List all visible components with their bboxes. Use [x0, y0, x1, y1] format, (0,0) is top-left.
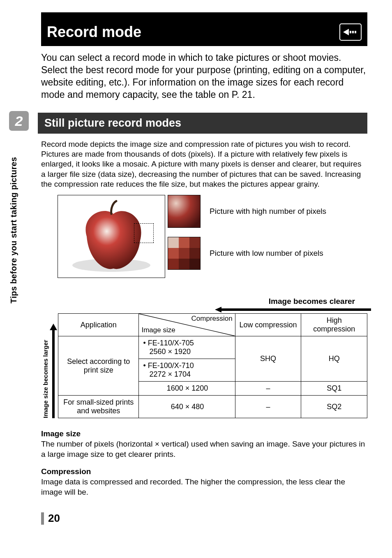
apple-large: [58, 195, 165, 278]
chapter-side-label: Tips before you start taking pictures: [9, 139, 18, 303]
chapter-number: 2: [15, 113, 23, 129]
section-heading: Still picture record modes: [38, 113, 367, 134]
svg-rect-9: [168, 248, 179, 259]
svg-marker-15: [215, 307, 371, 313]
vertical-arrow: [49, 324, 58, 418]
svg-rect-11: [189, 248, 200, 259]
cell-r4-high: SQ2: [301, 396, 367, 418]
cell-print-app: Select according to print size: [58, 336, 139, 396]
svg-rect-10: [179, 248, 189, 259]
th-image-size: Image size: [141, 326, 175, 334]
horizontal-arrow: [215, 307, 367, 313]
svg-marker-0: [343, 29, 349, 35]
svg-marker-16: [50, 324, 57, 418]
svg-rect-8: [189, 237, 200, 248]
page-bar-icon: [41, 512, 44, 525]
horizontal-arrow-label: Image becomes clearer: [41, 297, 367, 306]
record-mode-icon: [339, 23, 362, 41]
vertical-arrow-label: Image size becomes larger: [41, 324, 49, 418]
th-application: Application: [58, 314, 139, 336]
svg-rect-2: [352, 31, 354, 33]
image-size-text: The number of pixels (horizontal × verti…: [41, 439, 367, 459]
title-bar: Record mode: [41, 16, 367, 46]
svg-rect-6: [168, 237, 179, 248]
page-footer: 20: [41, 512, 367, 525]
cell-r1-size: • FE-110/X-705 2560 × 1920: [139, 336, 235, 359]
svg-rect-12: [168, 259, 179, 269]
cell-r3-low: –: [235, 382, 301, 396]
intro-text: You can select a record mode in which to…: [41, 52, 367, 101]
cell-r12-high: HQ: [301, 336, 367, 382]
page-title: Record mode: [47, 23, 141, 41]
image-size-heading: Image size: [41, 429, 367, 439]
body-text: Record mode depicts the image size and c…: [41, 139, 367, 190]
cell-r4-size: 640 × 480: [139, 396, 235, 418]
thumb-lo-pixels: [168, 237, 201, 270]
svg-rect-13: [179, 259, 189, 269]
chapter-number-box: 2: [9, 111, 29, 131]
page-number: 20: [48, 512, 60, 525]
cell-r12-low: SHQ: [235, 336, 301, 382]
example-images: Picture with high number of pixels: [58, 195, 367, 278]
caption-lo: Picture with low number of pixels: [210, 249, 323, 258]
cell-r3-size: 1600 × 1200: [139, 382, 235, 396]
compression-heading: Compression: [41, 467, 367, 477]
svg-rect-3: [355, 31, 356, 33]
svg-rect-1: [350, 31, 351, 33]
cell-r3-high: SQ1: [301, 382, 367, 396]
th-compression: Compression: [191, 315, 233, 323]
svg-rect-14: [189, 259, 200, 269]
th-high: High compression: [301, 314, 367, 336]
caption-hi: Picture with high number of pixels: [210, 207, 326, 216]
thumb-hi-pixels: [168, 195, 201, 228]
svg-rect-5: [168, 195, 200, 227]
svg-rect-7: [179, 237, 189, 248]
compression-text: Image data is compressed and recorded. T…: [41, 477, 367, 497]
record-mode-table: Application Compression Image size Low c…: [58, 313, 367, 418]
selection-box: [134, 223, 154, 243]
cell-r4-app: For small-sized prints and websites: [58, 396, 139, 418]
th-low: Low compression: [235, 314, 301, 336]
cell-r2-size: • FE-100/X-710 2272 × 1704: [139, 359, 235, 382]
th-diagonal: Compression Image size: [139, 314, 235, 336]
cell-r4-low: –: [235, 396, 301, 418]
side-tab: 2 Tips before you start taking pictures: [9, 111, 29, 303]
